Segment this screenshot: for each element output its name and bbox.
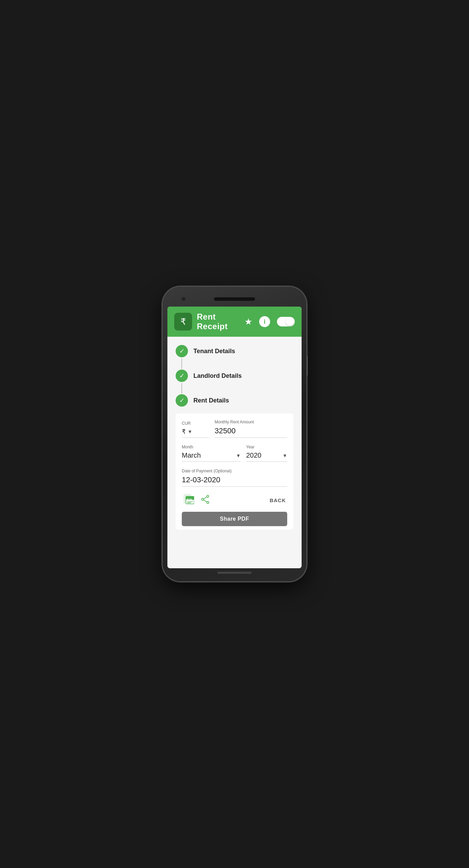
app-content: ✓ Tenant Details ✓ Landlord Details ✓ <box>167 337 302 568</box>
currency-rent-row: CUR ₹ ▼ Monthly Rent Amount 32500 <box>182 420 287 438</box>
pdf-button[interactable]: PDF <box>183 494 194 507</box>
step-tenant-check: ✓ <box>176 345 188 357</box>
home-bar[interactable] <box>217 572 252 574</box>
bottom-actions: PDF BACK <box>182 494 287 507</box>
year-dropdown[interactable]: 2020 ▼ <box>246 451 287 462</box>
app-header: ₹ Rent Receipt ★ i <box>167 307 302 337</box>
step-rent[interactable]: ✓ Rent Details <box>176 394 293 407</box>
step-tenant-label: Tenant Details <box>193 348 235 355</box>
step-landlord-label: Landlord Details <box>193 372 242 380</box>
date-value[interactable]: 12-03-2020 <box>182 475 287 487</box>
currency-group: CUR ₹ ▼ <box>182 421 209 438</box>
phone-bottom-bar <box>167 568 302 575</box>
step-rent-label: Rent Details <box>193 397 229 404</box>
info-label: i <box>264 318 265 325</box>
step-connector-1 <box>181 359 182 369</box>
date-label: Date of Payment (Optional) <box>182 469 287 473</box>
star-icon[interactable]: ★ <box>244 317 252 327</box>
share-icon <box>201 495 210 504</box>
checkmark-icon: ✓ <box>179 397 185 404</box>
svg-point-7 <box>207 501 209 504</box>
year-label: Year <box>246 445 287 449</box>
rent-amount-value[interactable]: 32500 <box>215 426 287 438</box>
checkmark-icon: ✓ <box>179 372 185 380</box>
currency-dropdown-arrow: ▼ <box>188 429 192 434</box>
step-landlord-check: ✓ <box>176 370 188 382</box>
month-year-row: Month March ▼ Year 2020 ▼ <box>182 445 287 462</box>
date-group: Date of Payment (Optional) 12-03-2020 <box>182 469 287 487</box>
step-connector-2 <box>181 383 182 394</box>
info-icon[interactable]: i <box>259 316 270 327</box>
rent-amount-label: Monthly Rent Amount <box>215 420 287 424</box>
month-group: Month March ▼ <box>182 445 241 462</box>
power-button <box>306 355 308 376</box>
year-dropdown-arrow: ▼ <box>282 453 287 458</box>
month-value: March <box>182 451 201 459</box>
phone-device: ₹ Rent Receipt ★ i ✓ Tenant Details <box>163 287 306 581</box>
phone-top-bar <box>167 293 302 305</box>
svg-text:PDF: PDF <box>187 498 192 501</box>
month-dropdown[interactable]: March ▼ <box>182 451 241 462</box>
svg-line-9 <box>204 497 207 499</box>
back-button[interactable]: BACK <box>270 497 286 503</box>
year-group: Year 2020 ▼ <box>246 445 287 462</box>
rupee-logo-icon: ₹ <box>180 317 186 327</box>
toggle-knob <box>286 318 294 326</box>
phone-speaker <box>214 297 255 301</box>
share-pdf-button[interactable]: Share PDF <box>182 512 287 526</box>
step-rent-check: ✓ <box>176 394 188 407</box>
month-dropdown-arrow: ▼ <box>236 453 241 458</box>
pdf-icon: PDF <box>183 494 194 505</box>
rent-amount-group: Monthly Rent Amount 32500 <box>215 420 287 438</box>
steps-container: ✓ Tenant Details ✓ Landlord Details ✓ <box>176 345 293 407</box>
share-button[interactable] <box>201 495 210 506</box>
svg-line-10 <box>204 500 207 502</box>
app-title: Rent Receipt <box>197 312 240 331</box>
month-label: Month <box>182 445 241 449</box>
rent-form: CUR ₹ ▼ Monthly Rent Amount 32500 Mont <box>176 413 293 530</box>
svg-point-6 <box>207 495 209 497</box>
phone-screen: ₹ Rent Receipt ★ i ✓ Tenant Details <box>167 307 302 568</box>
year-value: 2020 <box>246 451 262 459</box>
toggle-switch[interactable] <box>277 317 295 326</box>
step-landlord[interactable]: ✓ Landlord Details <box>176 370 293 382</box>
front-camera <box>181 297 186 301</box>
currency-dropdown[interactable]: ₹ ▼ <box>182 428 209 438</box>
currency-label: CUR <box>182 421 209 426</box>
app-logo: ₹ <box>174 313 192 331</box>
rupee-symbol: ₹ <box>182 428 186 435</box>
svg-point-8 <box>202 498 204 500</box>
step-tenant[interactable]: ✓ Tenant Details <box>176 345 293 357</box>
checkmark-icon: ✓ <box>179 347 185 355</box>
